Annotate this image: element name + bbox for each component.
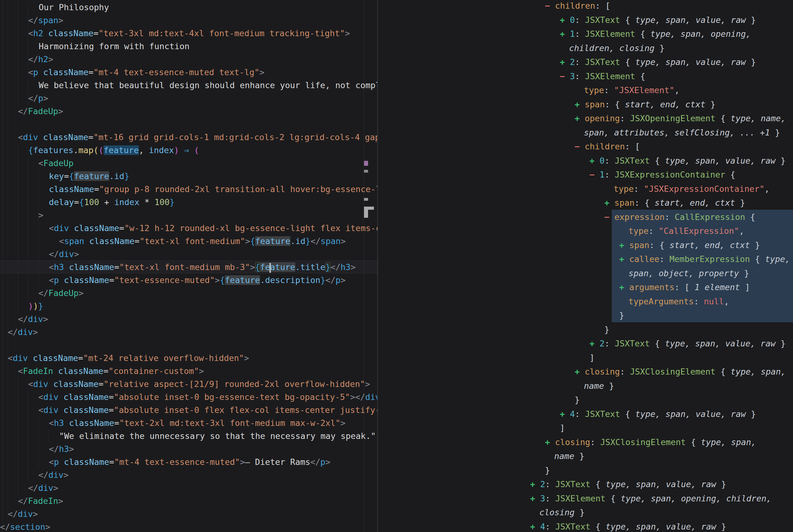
tree-collapse-icon[interactable]: − [545, 1, 555, 11]
tree-expand-icon[interactable]: + [575, 114, 585, 123]
ast-row[interactable]: + 1: JSXElement { type, span, opening, [560, 27, 751, 41]
code-line[interactable]: <div className="mt-24 relative overflow-… [0, 352, 249, 365]
code-line[interactable]: </FadeUp> [0, 105, 63, 118]
code-line[interactable]: </h3> [0, 443, 74, 456]
ast-row[interactable]: closing } [539, 506, 584, 520]
code-line[interactable]: <p className="mt-4 text-essence-muted">—… [0, 456, 330, 469]
code-line[interactable]: </div> [0, 481, 58, 495]
code-line[interactable]: </div> [0, 469, 69, 481]
tree-expand-icon[interactable]: + [589, 156, 600, 166]
minimap-mark-gray[interactable] [364, 198, 368, 201]
ast-row[interactable]: children, closing } [569, 41, 665, 55]
ast-row[interactable]: − expression: CallExpression { [604, 210, 755, 224]
tree-expand-icon[interactable]: + [530, 494, 540, 503]
code-line[interactable]: </FadeIn> [0, 495, 63, 508]
ast-row[interactable]: + span: { start, end, ctxt } [604, 196, 745, 210]
tree-expand-icon[interactable]: + [575, 367, 585, 376]
tree-expand-icon[interactable]: + [560, 29, 570, 39]
scrollbar-thumb[interactable] [364, 207, 374, 210]
code-line[interactable]: </span> [0, 14, 63, 27]
tree-expand-icon[interactable]: + [530, 479, 540, 489]
code-line[interactable]: </div> [0, 248, 79, 261]
tree-collapse-icon[interactable]: − [604, 212, 615, 222]
ast-row[interactable]: + 0: JSXText { type, span, value, raw } [560, 13, 756, 27]
ast-row[interactable]: + closing: JSXClosingElement { type, spa… [545, 435, 756, 450]
code-line[interactable]: </p> [0, 92, 48, 105]
code-line[interactable]: Our Philosophy [0, 1, 109, 14]
ast-row[interactable]: + 3: JSXElement { type, span, opening, c… [530, 492, 771, 506]
code-line[interactable]: <h2 className="text-3xl md:text-4xl font… [0, 27, 350, 40]
code-line[interactable]: > [0, 209, 43, 222]
ast-row[interactable]: + 2: JSXText { type, span, value, raw } [530, 477, 726, 492]
ast-row[interactable]: + 2: JSXText { type, span, value, raw } [589, 337, 786, 351]
code-line[interactable]: <span className="text-xl font-medium">{f… [0, 235, 346, 248]
ast-row[interactable]: + closing: JSXClosingElement { type, spa… [575, 365, 786, 379]
tree-expand-icon[interactable]: + [589, 339, 600, 348]
code-line[interactable]: <div className="mt-16 grid grid-cols-1 m… [0, 131, 377, 144]
code-line[interactable]: className="group p-8 rounded-2xl transit… [0, 183, 377, 196]
code-line[interactable]: <h3 className="text-xl font-medium mb-3"… [0, 261, 356, 274]
code-line[interactable]: ))} [0, 300, 43, 313]
ast-row[interactable]: type: "JSXExpressionContainer", [614, 182, 770, 196]
ast-row[interactable]: span, object, property } [628, 266, 749, 281]
ast-row[interactable]: + 2: JSXText { type, span, value, raw } [560, 55, 756, 69]
code-line[interactable]: delay={100 + index * 100} [0, 196, 174, 209]
ast-row[interactable]: } [575, 393, 580, 407]
ast-row[interactable]: − 1: JSXExpressionContainer { [589, 168, 735, 182]
tree-collapse-icon[interactable]: − [589, 170, 600, 179]
ast-row[interactable]: ] [589, 351, 595, 365]
code-line[interactable]: </div> [0, 508, 38, 520]
code-line[interactable]: </h2> [0, 53, 53, 66]
tree-expand-icon[interactable]: + [575, 100, 585, 109]
ast-row[interactable]: type: "CallExpression", [628, 224, 744, 238]
ast-row[interactable]: + 0: JSXText { type, span, value, raw } [589, 154, 786, 168]
code-line[interactable]: {features.map((feature, index) ⇒ ( [0, 144, 199, 157]
code-line[interactable]: <div className="w-12 h-12 rounded-xl bg-… [0, 222, 377, 235]
tree-collapse-icon[interactable]: − [560, 72, 570, 81]
code-line[interactable]: <p className="mt-4 text-essence-muted te… [0, 66, 265, 79]
code-line[interactable]: </section> [0, 520, 51, 532]
ast-row[interactable]: name } [554, 449, 584, 463]
scrollbar-thumb[interactable] [364, 210, 368, 218]
ast-row[interactable]: } [619, 308, 624, 323]
ast-row[interactable]: + callee: MemberExpression { type, [619, 252, 790, 266]
code-line[interactable]: <FadeUp [0, 157, 74, 170]
ast-row[interactable]: − children: [ [545, 0, 610, 13]
code-line[interactable]: <h3 className="text-2xl md:text-3xl font… [0, 417, 346, 430]
code-line[interactable]: <div className="absolute inset-0 flex fl… [0, 404, 377, 417]
code-line[interactable]: </div> [0, 326, 38, 339]
ast-row[interactable]: + opening: JSXOpeningElement { type, nam… [575, 111, 786, 126]
code-line[interactable]: <div className="absolute inset-0 bg-esse… [0, 391, 377, 404]
ast-row[interactable]: + 4: JSXText { type, span, value, raw } [530, 520, 726, 532]
ast-row[interactable]: − 3: JSXElement { [560, 69, 645, 83]
ast-row[interactable]: name } [584, 379, 614, 393]
code-line[interactable]: "We eliminate the unnecessary so that th… [0, 430, 376, 443]
code-line[interactable]: <p className="text-essence-muted">{featu… [0, 274, 346, 287]
code-line[interactable]: </FadeUp> [0, 287, 83, 300]
ast-row[interactable]: typeArguments: null, [628, 294, 729, 309]
ast-row[interactable]: + span: { start, end, ctxt } [575, 97, 715, 112]
tree-expand-icon[interactable]: + [545, 437, 555, 447]
tree-expand-icon[interactable]: + [619, 254, 630, 264]
tree-expand-icon[interactable]: + [530, 522, 540, 531]
ast-row[interactable]: + 4: JSXText { type, span, value, raw } [560, 407, 756, 421]
tree-expand-icon[interactable]: + [604, 198, 615, 208]
tree-expand-icon[interactable]: + [560, 409, 570, 419]
code-line[interactable]: <FadeIn className="container-custom"> [0, 365, 204, 378]
ast-row[interactable]: } [545, 463, 550, 478]
code-line[interactable]: key={feature.id} [0, 170, 129, 183]
ast-row[interactable]: + arguments: [ 1 element ] [619, 280, 750, 294]
tree-collapse-icon[interactable]: − [575, 142, 585, 151]
code-line[interactable]: <div className="relative aspect-[21/9] r… [0, 378, 370, 391]
code-line[interactable]: We believe that beautiful design should … [0, 79, 377, 92]
ast-row[interactable]: type: "JSXElement", [584, 83, 679, 97]
ast-row[interactable]: } [604, 323, 609, 337]
tree-expand-icon[interactable]: + [560, 15, 570, 25]
ast-row[interactable]: + span: { start, end, ctxt } [619, 238, 760, 252]
tree-expand-icon[interactable]: + [619, 240, 630, 250]
ast-row[interactable]: span, attributes, selfClosing, ... +1 } [584, 126, 780, 140]
tree-expand-icon[interactable]: + [560, 57, 570, 67]
minimap-mark-purple[interactable] [364, 161, 368, 166]
minimap-mark-gray[interactable] [364, 170, 368, 173]
code-line[interactable]: </div> [0, 313, 48, 326]
